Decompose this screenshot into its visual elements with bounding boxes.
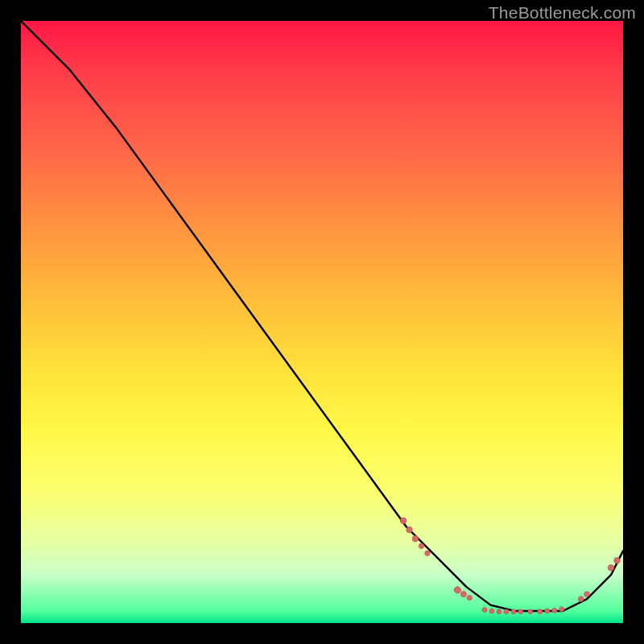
data-marker [608,564,614,571]
data-marker [460,592,466,597]
data-marker [552,608,557,613]
data-marker [584,592,590,597]
data-marker [511,609,516,614]
data-marker [518,609,523,614]
data-marker [407,526,413,533]
data-marker [419,543,423,548]
data-marker [578,597,584,602]
data-marker [400,518,407,524]
data-marker [559,607,564,612]
data-marker [528,609,533,614]
data-marker [497,609,502,614]
chart-stage: TheBottleneck.com [0,0,644,644]
data-marker [614,557,621,564]
chart-svg [21,21,623,623]
data-marker [425,551,430,555]
data-marker [545,609,550,613]
plot-area [21,21,623,623]
data-marker [454,587,460,593]
data-marker [504,609,509,614]
curve-line [21,21,623,611]
data-marker [412,536,419,543]
watermark-text: TheBottleneck.com [489,3,636,23]
data-marker [489,609,494,613]
data-marker [538,609,543,614]
data-marker [467,595,472,600]
data-marker [482,608,487,613]
